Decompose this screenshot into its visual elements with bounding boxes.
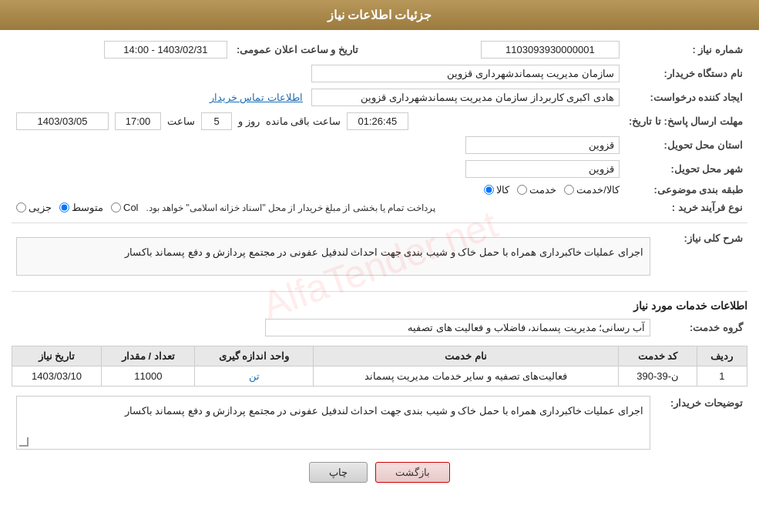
general-desc-value: اجرای عملیات خاکبرداری همراه با حمل خاک … [12, 228, 655, 285]
services-data-table: ردیف کد خدمت نام خدمت واحد اندازه گیری ت… [12, 346, 747, 386]
requester-label: ایجاد کننده درخواست: [624, 85, 747, 109]
col-service-name: نام خدمت [313, 346, 619, 366]
cell-row-num: 1 [697, 366, 747, 386]
type-motavaset[interactable]: متوسط [59, 202, 103, 213]
remain-label: ساعت باقی مانده [266, 115, 341, 127]
need-number-value: 1103093930000001 [378, 38, 624, 62]
buyer-name-box: سازمان مدیریت پسماندشهرداری قزوین [311, 65, 620, 82]
type-jozei[interactable]: جزیی [16, 202, 52, 213]
category-khedmat[interactable]: خدمت [517, 184, 556, 196]
buyer-desc-box: اجرای عملیات خاکبرداری همراه با حمل خاک … [16, 396, 650, 450]
general-desc-box: اجرای عملیات خاکبرداری همراه با حمل خاک … [16, 237, 650, 276]
services-section-title: اطلاعات خدمات مورد نیاز [12, 299, 747, 312]
service-group-value: آب رسانی؛ مدیریت پسماند، فاضلاب و فعالیت… [12, 316, 655, 340]
cell-date: 1403/03/10 [12, 366, 102, 386]
buyer-desc-value: اجرای عملیات خاکبرداری همراه با حمل خاک … [12, 393, 655, 453]
province-value: قزوین [12, 133, 624, 157]
time-remain-box: 01:26:45 [347, 112, 408, 130]
cell-unit: تن [195, 366, 313, 386]
announce-date-box: 1403/02/31 - 14:00 [104, 41, 227, 59]
purchase-type-row: پرداخت تمام یا بخشی از مبلغ خریدار از مح… [12, 199, 624, 216]
page-header: جزئیات اطلاعات نیاز [0, 0, 759, 30]
days-and-label: روز و [238, 115, 260, 127]
general-desc-label: شرح کلی نیاز: [655, 228, 747, 285]
cell-service-code: ن-39-390 [619, 366, 697, 386]
announce-date-label: تاریخ و ساعت اعلان عمومی: [232, 38, 363, 62]
col-service-code: کد خدمت [619, 346, 697, 366]
page-title: جزئیات اطلاعات نیاز [327, 8, 432, 22]
service-group-box: آب رسانی؛ مدیریت پسماند، فاضلاب و فعالیت… [265, 319, 650, 336]
need-number-label: شماره نیاز : [624, 38, 747, 62]
cell-service-name: فعالیت‌های تصفیه و سایر خدمات مدیریت پسم… [313, 366, 619, 386]
city-box: قزوین [465, 160, 620, 178]
city-value: قزوین [12, 157, 624, 181]
back-button[interactable]: بازگشت [375, 462, 450, 483]
contact-link[interactable]: اطلاعات تماس خریدار [210, 92, 303, 103]
time-label: ساعت [167, 115, 195, 127]
table-row: 1 ن-39-390 فعالیت‌های تصفیه و سایر خدمات… [12, 366, 747, 386]
divider-1 [12, 223, 747, 223]
buttons-row: بازگشت چاپ [12, 462, 747, 483]
announce-date-value: 1403/02/31 - 14:00 [12, 38, 232, 62]
city-label: شهر محل تحویل: [624, 157, 747, 181]
deadline-date-box: 1403/03/05 [16, 112, 109, 130]
buyer-name-label: نام دستگاه خریدار: [624, 62, 747, 85]
category-kala[interactable]: کالا [484, 184, 509, 196]
requester-box: هادی اکبری کاربرداز سازمان مدیریت پسماند… [311, 89, 620, 106]
cell-quantity: 11000 [102, 366, 195, 386]
time-box: 17:00 [115, 112, 161, 130]
col-date: تاریخ نیاز [12, 346, 102, 366]
print-button[interactable]: چاپ [309, 462, 368, 483]
requester-value: هادی اکبری کاربرداز سازمان مدیریت پسماند… [12, 85, 624, 109]
col-row-num: ردیف [697, 346, 747, 366]
deadline-label: مهلت ارسال پاسخ: تا تاریخ: [624, 109, 747, 133]
days-box: 5 [201, 112, 232, 130]
divider-2 [12, 291, 747, 292]
col-quantity: تعداد / مقدار [102, 346, 195, 366]
buyer-desc-label: توضیحات خریدار: [655, 393, 747, 453]
province-box: قزوین [465, 136, 620, 154]
col-unit: واحد اندازه گیری [195, 346, 313, 366]
category-kala-khedmat[interactable]: کالا/خدمت [564, 184, 620, 196]
main-info-table: شماره نیاز : 1103093930000001 تاریخ و سا… [12, 38, 747, 216]
service-group-label: گروه خدمت: [655, 316, 747, 340]
service-group-table: گروه خدمت: آب رسانی؛ مدیریت پسماند، فاضل… [12, 316, 747, 340]
purchase-type-note: پرداخت تمام یا بخشی از مبلغ خریدار از مح… [146, 202, 435, 213]
need-number-box: 1103093930000001 [481, 41, 620, 59]
category-radios: کالا/خدمت خدمت کالا [12, 181, 624, 199]
general-desc-table: شرح کلی نیاز: اجرای عملیات خاکبرداری همر… [12, 228, 747, 285]
category-label: طبقه بندی موضوعی: [624, 181, 747, 199]
type-col[interactable]: Col [111, 202, 139, 213]
province-label: استان محل تحویل: [624, 133, 747, 157]
buyer-desc-table: توضیحات خریدار: اجرای عملیات خاکبرداری ه… [12, 393, 747, 453]
deadline-row: 01:26:45 ساعت باقی مانده روز و 5 ساعت 17… [12, 109, 624, 133]
purchase-type-label: نوع فرآیند خرید : [624, 199, 747, 216]
buyer-name-value: سازمان مدیریت پسماندشهرداری قزوین [12, 62, 624, 85]
